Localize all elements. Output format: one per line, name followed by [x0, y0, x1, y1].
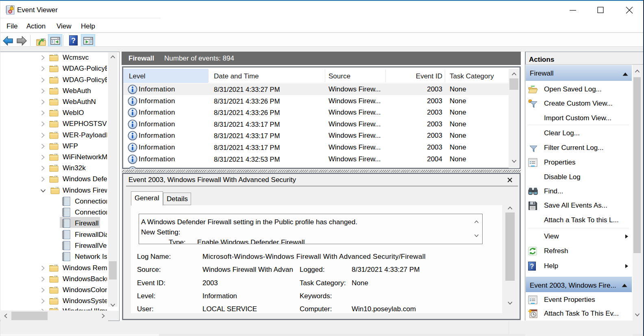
svg-text:?: ? — [71, 37, 76, 45]
svg-text:?: ? — [530, 263, 534, 270]
